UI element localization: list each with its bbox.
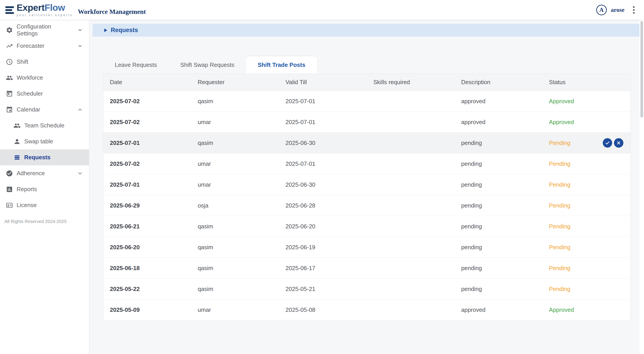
badge-icon: [6, 202, 13, 209]
banner-label: Requests: [111, 27, 138, 34]
avatar[interactable]: A: [596, 5, 607, 15]
table-row[interactable]: 2025-05-22qasim2025-05-21pendingPending: [103, 279, 630, 299]
sidebar-item-calendar[interactable]: Calendar: [0, 102, 89, 118]
tab-label: Shift Swap Requests: [180, 62, 234, 68]
cell-status: Pending: [542, 160, 630, 167]
tab-label: Leave Requests: [115, 62, 157, 68]
cell-requester: umar: [191, 181, 279, 188]
cell-valid-till: 2025-05-08: [279, 306, 367, 313]
top-bar: ExpertFlow your callcenter experts Workf…: [0, 0, 644, 20]
cell-date: 2025-07-02: [103, 160, 191, 167]
table-row[interactable]: 2025-06-18qasim2025-06-17pendingPending: [103, 258, 630, 279]
cell-requester: umar: [191, 160, 279, 167]
sidebar-item-adherence[interactable]: Adherence: [0, 165, 89, 181]
cell-status: Approved: [542, 306, 630, 313]
tab-label: Shift Trade Posts: [258, 62, 305, 68]
requests-table: DateRequesterValid TillSkills requiredDe…: [103, 74, 630, 320]
cell-valid-till: 2025-06-20: [279, 223, 367, 230]
table-row[interactable]: 2025-06-20qasim2025-06-19pendingPending: [103, 237, 630, 258]
cell-valid-till: 2025-06-19: [279, 244, 367, 251]
table-row[interactable]: 2025-07-01umar2025-06-30pendingPending: [103, 174, 630, 195]
cell-date: 2025-07-01: [103, 140, 191, 147]
table-row[interactable]: 2025-07-01qasim2025-06-30pendingPending: [103, 133, 630, 153]
people-icon: [6, 74, 13, 82]
table-row[interactable]: 2025-06-29osja2025-06-28pendingPending: [103, 195, 630, 216]
main-content: Requests Leave RequestsShift Swap Reques…: [89, 20, 644, 354]
sidebar-item-label: Shift: [16, 58, 28, 65]
cell-date: 2025-07-02: [103, 98, 191, 105]
cell-status: Pending: [542, 223, 630, 230]
cell-status: Approved: [542, 119, 630, 126]
logo-wordmark: ExpertFlow: [16, 3, 73, 12]
triangle-right-icon: [104, 29, 107, 32]
sidebar-nav: Configuration SettingsForecasterShiftWor…: [0, 22, 89, 213]
sidebar-item-workforce[interactable]: Workforce: [0, 70, 89, 86]
tab-shift-swap-requests[interactable]: Shift Swap Requests: [168, 56, 246, 74]
cell-description: pending: [455, 223, 543, 230]
sidebar-item-swap-table[interactable]: Swap table: [0, 134, 89, 149]
sidebar-item-label: License: [16, 202, 37, 209]
cell-description: pending: [455, 160, 543, 167]
cell-requester: qasim: [191, 286, 279, 292]
clock-icon: [6, 58, 13, 66]
cell-date: 2025-05-22: [103, 286, 191, 292]
table-row[interactable]: 2025-07-02qasim2025-07-01approvedApprove…: [103, 91, 630, 112]
expertflow-logo: ExpertFlow your callcenter experts: [6, 3, 73, 17]
status-badge: Approved: [549, 98, 574, 105]
cell-description: approved: [455, 119, 543, 126]
sidebar-item-license[interactable]: License: [0, 197, 89, 213]
tab-leave-requests[interactable]: Leave Requests: [103, 56, 168, 74]
check-circle-icon: [6, 170, 13, 177]
calendar-event-icon: [6, 106, 13, 113]
sidebar-item-forecaster[interactable]: Forecaster: [0, 38, 89, 54]
table-row[interactable]: 2025-05-09umar2025-05-08approvedApproved: [103, 299, 630, 320]
cell-valid-till: 2025-05-21: [279, 286, 367, 292]
sidebar-item-configuration-settings[interactable]: Configuration Settings: [0, 22, 89, 38]
tab-shift-trade-posts[interactable]: Shift Trade Posts: [246, 56, 317, 74]
table-row[interactable]: 2025-07-02umar2025-07-01pendingPending: [103, 153, 630, 174]
kebab-menu-icon[interactable]: [631, 5, 636, 16]
cell-status: Pending: [542, 286, 630, 292]
sidebar-item-scheduler[interactable]: Scheduler: [0, 86, 89, 102]
table-row[interactable]: 2025-07-02umar2025-07-01approvedApproved: [103, 112, 630, 133]
chevron-down-icon[interactable]: [77, 170, 83, 177]
expertflow-logo-icon: [6, 6, 14, 14]
cell-requester: qasim: [191, 98, 279, 105]
requests-banner[interactable]: Requests: [92, 24, 640, 37]
cell-requester: qasim: [191, 244, 279, 251]
sidebar-item-requests[interactable]: Requests: [0, 149, 89, 165]
cell-requester: qasim: [191, 265, 279, 272]
chevron-down-icon[interactable]: [77, 43, 83, 49]
approve-button[interactable]: [603, 138, 612, 148]
table-body: 2025-07-02qasim2025-07-01approvedApprove…: [103, 91, 630, 320]
bar-chart-icon: [6, 186, 13, 193]
sidebar-item-label: Calendar: [16, 106, 40, 113]
sidebar-item-shift[interactable]: Shift: [0, 54, 89, 70]
reject-button[interactable]: [614, 138, 623, 148]
cell-valid-till: 2025-06-30: [279, 140, 367, 147]
column-header-requester: Requester: [191, 79, 279, 86]
sidebar-item-label: Configuration Settings: [16, 23, 73, 37]
table-row[interactable]: 2025-06-21qasim2025-06-20pendingPending: [103, 216, 630, 237]
status-badge: Pending: [549, 181, 570, 188]
sidebar-item-label: Adherence: [16, 170, 45, 177]
cell-description: approved: [455, 98, 543, 105]
calendar-icon: [6, 90, 13, 97]
scrollbar-track: [640, 20, 644, 354]
trend-icon: [6, 42, 13, 50]
cell-description: pending: [455, 265, 543, 272]
chevron-up-icon[interactable]: [77, 107, 83, 113]
cell-valid-till: 2025-07-01: [279, 160, 367, 167]
logo-text-block: ExpertFlow your callcenter experts: [16, 3, 73, 17]
chevron-down-icon[interactable]: [77, 27, 83, 33]
status-badge: Pending: [549, 286, 570, 292]
cell-requester: qasim: [191, 223, 279, 230]
header-right: A arose: [596, 5, 636, 16]
scrollbar-thumb[interactable]: [640, 21, 643, 118]
app-title: Workforce Management: [78, 8, 146, 16]
sidebar-item-reports[interactable]: Reports: [0, 181, 89, 197]
logo-tagline: your callcenter experts: [16, 13, 73, 17]
cell-date: 2025-07-01: [103, 181, 191, 188]
cell-valid-till: 2025-06-17: [279, 265, 367, 272]
sidebar-item-team-schedule[interactable]: Team Schedule: [0, 118, 89, 134]
